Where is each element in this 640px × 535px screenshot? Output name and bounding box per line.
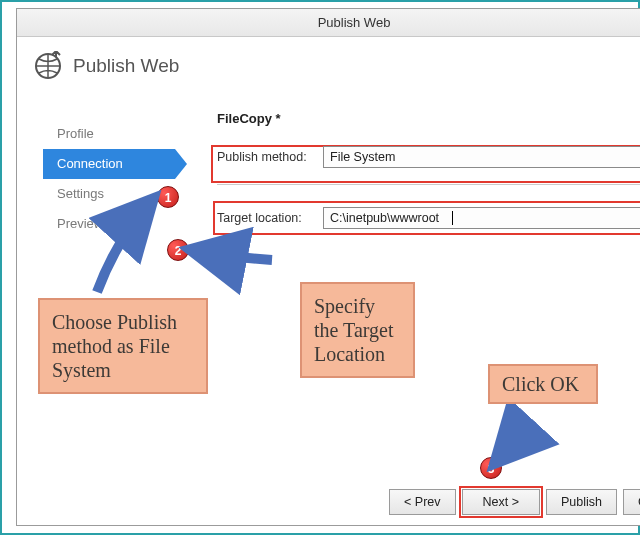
globe-upload-icon	[33, 51, 63, 81]
text-caret	[452, 211, 453, 225]
step-connection[interactable]: Connection	[43, 149, 175, 179]
dialog-title: Publish Web	[73, 55, 179, 77]
step-profile[interactable]: Profile	[43, 119, 175, 149]
dialog-header: Publish Web	[33, 51, 179, 81]
step-preview[interactable]: Preview	[43, 209, 175, 239]
profile-name: FileCopy *	[217, 111, 640, 126]
step-settings[interactable]: Settings	[43, 179, 175, 209]
separator	[217, 184, 640, 185]
title-bar: Publish Web ?	[17, 9, 640, 37]
main-panel: FileCopy * Publish method: Target locati…	[217, 111, 640, 231]
row-target-location: Target location:	[217, 205, 640, 231]
target-location-input[interactable]	[323, 207, 640, 229]
canvas: Publish Web ? Publish Web Profile Connec…	[0, 0, 640, 535]
publish-method-value[interactable]	[323, 146, 640, 168]
publish-button[interactable]: Publish	[546, 489, 617, 515]
wizard-steps: Profile Connection Settings Preview	[43, 119, 175, 239]
label-target-location: Target location:	[217, 211, 323, 225]
button-bar: < Prev Next > Publish Close	[389, 489, 640, 515]
window-title: Publish Web	[17, 9, 640, 37]
row-publish-method: Publish method:	[217, 144, 640, 170]
next-button[interactable]: Next >	[462, 489, 540, 515]
label-publish-method: Publish method:	[217, 150, 323, 164]
close-button[interactable]: Close	[623, 489, 640, 515]
dialog-window: Publish Web ? Publish Web Profile Connec…	[16, 8, 640, 526]
publish-method-combo[interactable]	[323, 146, 640, 168]
prev-button[interactable]: < Prev	[389, 489, 455, 515]
